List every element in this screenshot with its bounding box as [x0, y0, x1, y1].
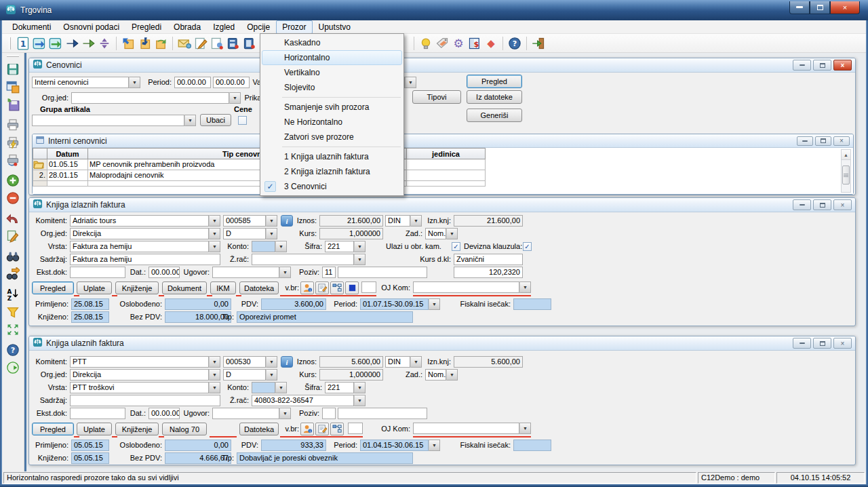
import-navy-box-icon[interactable]: [136, 35, 153, 52]
tip-cenovnika-combo[interactable]: Interni cenovnici▼: [32, 77, 140, 88]
dat-field[interactable]: 00.00.00: [149, 408, 180, 419]
next-green-arrow-icon[interactable]: [80, 35, 96, 52]
menu-pregledi[interactable]: Pregledi: [125, 20, 167, 34]
valuta-combo[interactable]: DIN▼: [385, 215, 422, 227]
tab-knjizenje[interactable]: Knjiženje: [115, 423, 159, 435]
zad-combo[interactable]: Nom.▼: [425, 228, 458, 239]
notepad-edit-icon[interactable]: [315, 281, 329, 294]
person-info-icon[interactable]: i: [300, 423, 314, 435]
info-icon[interactable]: i: [281, 215, 293, 227]
close-button[interactable]: ×: [833, 136, 850, 146]
orgjed-combo[interactable]: Direkcija▼: [70, 228, 220, 239]
ekstdok-field[interactable]: [70, 408, 125, 419]
save-window-icon[interactable]: [5, 79, 21, 95]
open-folder-icon[interactable]: [33, 159, 47, 170]
document-person-icon[interactable]: [209, 35, 225, 52]
printer-doc-red-icon[interactable]: [225, 35, 241, 52]
sadrzaj-field[interactable]: [70, 395, 220, 406]
orgjed-combo[interactable]: ▼: [71, 92, 241, 104]
ugovor-combo[interactable]: ▼: [212, 408, 291, 419]
close-button[interactable]: ×: [830, 1, 860, 14]
ulazi-checkbox[interactable]: ✓: [452, 242, 460, 251]
menu-item-kaskadno[interactable]: Kaskadno: [262, 35, 402, 50]
tab-knjizenje[interactable]: Knjiženje: [115, 281, 159, 294]
tab-nalog-70[interactable]: Nalog 70: [162, 423, 207, 435]
printer-book-red-icon[interactable]: [241, 35, 258, 52]
tab-dokument[interactable]: Dokument: [162, 281, 207, 294]
poziv-field-1[interactable]: [322, 408, 336, 419]
poziv-field-2[interactable]: [338, 267, 427, 278]
refresh-box-icon[interactable]: [153, 35, 169, 52]
menu-dokumenti[interactable]: Dokumenti: [6, 20, 57, 34]
print-transfer-icon[interactable]: [5, 152, 21, 168]
menu-opcije[interactable]: Opcije: [241, 20, 276, 34]
sort-az-icon[interactable]: AZ: [5, 286, 21, 303]
minimize-button[interactable]: [793, 338, 811, 349]
komitent-combo[interactable]: PTT▼: [70, 356, 220, 368]
diamond-icon[interactable]: ◆: [483, 35, 499, 52]
ojkom-combo[interactable]: ▼: [413, 423, 531, 434]
zad-combo[interactable]: Nom.▼: [425, 369, 458, 381]
period-combo[interactable]: 01.07.15-30.09.15▼: [360, 298, 440, 310]
row-selector-header[interactable]: [33, 148, 47, 159]
ledger-dollar-icon[interactable]: $: [467, 35, 483, 52]
tab-datoteka[interactable]: Datoteka: [239, 281, 279, 294]
orgjed-combo[interactable]: Direkcija▼: [70, 369, 220, 381]
komitent-sifra-combo[interactable]: 000585▼: [223, 215, 277, 227]
find-binoculars-icon[interactable]: [5, 248, 21, 265]
menu-item-slojevito[interactable]: Slojevito: [262, 80, 402, 95]
orgjed-kod-combo[interactable]: D▼: [223, 228, 277, 239]
ojkom-combo[interactable]: ▼: [413, 281, 531, 293]
new-document-1-icon[interactable]: 1: [15, 35, 31, 52]
period-to-field[interactable]: 00.00.00: [213, 77, 250, 88]
help-icon[interactable]: ?: [507, 35, 523, 52]
orgjed-kod-combo[interactable]: D▼: [223, 369, 277, 381]
menu-obrada[interactable]: Obrada: [167, 20, 207, 34]
generisi-button[interactable]: Generiši: [467, 109, 522, 122]
grupa-artikala-combo[interactable]: ▼: [32, 115, 196, 126]
scroll-up-icon[interactable]: ▲: [842, 150, 850, 160]
ubaci-button[interactable]: Ubaci: [200, 114, 231, 126]
tab-uplate[interactable]: Uplate: [77, 423, 112, 435]
restore-button[interactable]: [815, 136, 831, 146]
minimize-button[interactable]: [789, 1, 810, 14]
exit-door-icon[interactable]: [530, 35, 547, 52]
help-icon[interactable]: ?: [5, 342, 21, 358]
org-chart-icon[interactable]: [330, 281, 344, 294]
devizna-checkbox[interactable]: ✓: [523, 242, 532, 251]
mail-icon[interactable]: [176, 35, 193, 52]
vbr-field[interactable]: [348, 423, 363, 434]
vbr-field[interactable]: [361, 281, 376, 293]
restore-button[interactable]: [813, 199, 831, 210]
table-row[interactable]: 2. 28.01.15 Maloprodajni cenovnik: [33, 170, 853, 181]
ugovor-combo[interactable]: ▼: [212, 267, 291, 278]
komitent-combo[interactable]: Adriatic tours▼: [70, 215, 220, 227]
zrac-combo[interactable]: 40803-822-36547▼: [252, 395, 366, 406]
scrollbar-thumb[interactable]: [842, 165, 850, 184]
gear-icon[interactable]: ⚙: [450, 35, 467, 52]
tab-datoteka[interactable]: Datoteka: [239, 423, 279, 435]
period-combo[interactable]: 01.04.15-30.06.15▼: [360, 440, 440, 451]
menu-item-1-knjiga-ulaznih[interactable]: 1 Knjiga ulaznih faktura: [262, 149, 402, 164]
konto-combo[interactable]: ▼: [252, 382, 287, 393]
menu-izgled[interactable]: Izgled: [207, 20, 241, 34]
table-row[interactable]: 01.05.15 MP cenovnik prehrambenih proizv…: [33, 159, 853, 170]
vertical-scrollbar[interactable]: ▲: [841, 149, 851, 193]
period-from-field[interactable]: 00.00.00: [174, 77, 211, 88]
menu-item-vertikalno[interactable]: Vertikalno: [262, 65, 402, 80]
dat-field[interactable]: 00.00.00: [149, 267, 180, 278]
print-fast-icon[interactable]: [5, 134, 21, 151]
filter-funnel-icon[interactable]: [5, 304, 21, 320]
column-jedinica[interactable]: jedinica: [407, 148, 486, 159]
cell-datum[interactable]: 28.01.15: [47, 170, 88, 181]
restore-button[interactable]: [813, 338, 831, 349]
table-row-partial[interactable]: [33, 181, 853, 187]
menu-item-smanjenje[interactable]: Smanjenje svih prozora: [262, 100, 402, 115]
window-interni-titlebar[interactable]: Interni cenovnici ×: [33, 134, 853, 148]
tipovi-button[interactable]: Tipovi: [412, 90, 461, 104]
konto-combo[interactable]: ▼: [252, 241, 287, 252]
row-number[interactable]: 2.: [33, 170, 47, 181]
blue-square-icon[interactable]: [345, 281, 359, 294]
cell-jedinica[interactable]: [407, 170, 486, 181]
cell-jedinica[interactable]: [407, 159, 486, 170]
